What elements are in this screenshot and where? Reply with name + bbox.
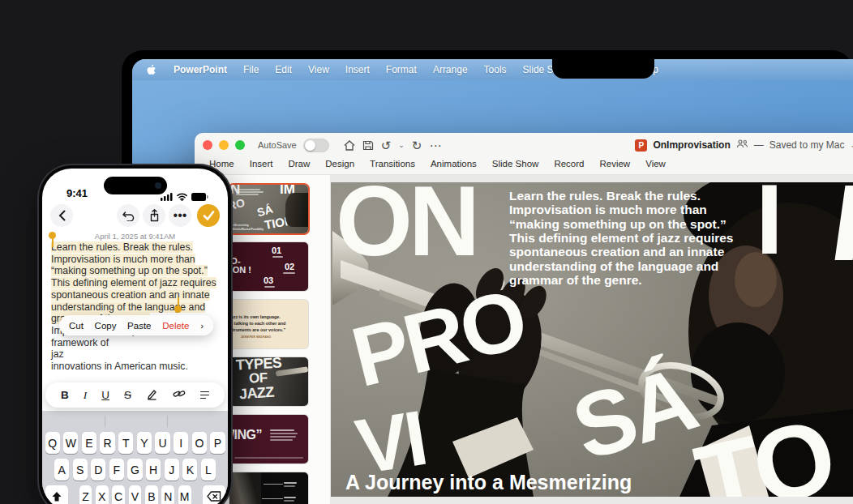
tab-record[interactable]: Record — [554, 159, 584, 169]
key-y[interactable]: Y — [137, 432, 152, 454]
tab-review[interactable]: Review — [599, 159, 630, 169]
menu-format[interactable]: Format — [386, 64, 417, 75]
key-l[interactable]: L — [201, 459, 216, 481]
key-n[interactable]: N — [161, 485, 174, 504]
key-p[interactable]: P — [210, 432, 225, 454]
chevron-down-icon[interactable]: ⌄ — [850, 141, 853, 149]
iphone: 9:41 ••• April 1, 2025 at 9:41AM Learn t… — [39, 165, 231, 504]
key-c[interactable]: C — [112, 485, 125, 504]
slide-letter-i: I — [756, 182, 779, 260]
document-title: OnImprovisation — [653, 139, 730, 151]
slide-letter-to: TO — [689, 413, 839, 497]
key-b[interactable]: B — [145, 485, 158, 504]
key-q[interactable]: Q — [45, 432, 60, 454]
key-t[interactable]: T — [118, 432, 133, 454]
close-button[interactable] — [203, 140, 212, 150]
tab-home[interactable]: Home — [209, 159, 234, 169]
list-icon[interactable] — [200, 391, 209, 399]
underline-button[interactable]: U — [101, 389, 109, 401]
key-k[interactable]: K — [182, 459, 197, 481]
menu-insert[interactable]: Insert — [345, 64, 370, 75]
undo-chevron-icon[interactable]: ⌄ — [398, 141, 405, 149]
key-g[interactable]: G — [127, 459, 142, 481]
key-f[interactable]: F — [109, 459, 124, 481]
tab-slideshow[interactable]: Slide Show — [492, 159, 539, 169]
collaborate-icon[interactable] — [736, 139, 748, 151]
save-icon[interactable] — [362, 140, 374, 151]
key-x[interactable]: X — [96, 485, 109, 504]
tab-view[interactable]: View — [645, 159, 666, 169]
tab-animations[interactable]: Animations — [431, 159, 477, 169]
key-s[interactable]: S — [73, 459, 88, 481]
more-button[interactable]: ••• — [169, 204, 191, 227]
key-u[interactable]: U — [155, 432, 169, 454]
home-icon[interactable] — [344, 140, 355, 151]
powerpoint-window: AutoSave ↺ ⌄ ↻ ⋯ P OnImprovisation — Sav… — [195, 133, 853, 504]
context-paste[interactable]: Paste — [127, 321, 151, 331]
back-button[interactable] — [50, 204, 73, 227]
link-icon[interactable] — [173, 388, 186, 402]
tab-transitions[interactable]: Transitions — [370, 159, 415, 169]
key-m[interactable]: M — [178, 485, 191, 504]
selected-text[interactable]: Learn the rules. Break the rules. Improv… — [51, 241, 216, 324]
menu-view[interactable]: View — [308, 64, 329, 75]
shift-key[interactable] — [45, 485, 68, 504]
confirm-button[interactable] — [197, 204, 220, 227]
tab-draw[interactable]: Draw — [288, 159, 310, 169]
italic-button[interactable]: I — [84, 389, 88, 402]
undo-icon[interactable]: ↺ — [381, 139, 392, 152]
key-w[interactable]: W — [63, 432, 78, 454]
key-e[interactable]: E — [82, 432, 96, 454]
key-i[interactable]: I — [174, 432, 188, 454]
macbook-notch — [552, 59, 654, 79]
menu-tools[interactable]: Tools — [484, 64, 507, 75]
slide-caption[interactable]: A Journey into a Mesmerizing — [345, 471, 632, 494]
battery-icon — [191, 190, 208, 204]
undo-button[interactable] — [117, 204, 139, 227]
menu-edit[interactable]: Edit — [275, 64, 292, 75]
menu-app-name[interactable]: PowerPoint — [174, 64, 227, 75]
highlighter-icon[interactable] — [146, 388, 158, 403]
key-r[interactable]: R — [100, 432, 114, 454]
minimize-button[interactable] — [219, 140, 229, 150]
context-more-chevron[interactable]: › — [200, 321, 204, 331]
key-h[interactable]: H — [146, 459, 161, 481]
selection-handle-start[interactable] — [49, 232, 56, 239]
key-a[interactable]: A — [54, 459, 69, 481]
thumbnail-slide-2[interactable]: F VO- TION ! 01 02 03 — [229, 242, 308, 291]
dynamic-island — [104, 177, 167, 194]
zoom-button[interactable] — [235, 140, 245, 150]
bold-button[interactable]: B — [61, 389, 69, 401]
share-button[interactable] — [143, 204, 165, 227]
context-delete[interactable]: Delete — [162, 321, 189, 331]
context-cut[interactable]: Cut — [69, 321, 84, 331]
autosave-toggle[interactable] — [303, 139, 329, 152]
selection-handle-end[interactable] — [174, 305, 182, 313]
thumbnail-slide-1[interactable]: N IM RO SÁ TION a Mesmerizing Melodic/Mu… — [229, 185, 308, 233]
ellipsis-icon[interactable]: ⋯ — [429, 139, 441, 152]
slide-paragraph[interactable]: Learn the rules. Break the rules. Improv… — [509, 189, 749, 288]
key-o[interactable]: O — [192, 432, 207, 454]
redo-icon[interactable]: ↻ — [412, 139, 422, 152]
saved-status[interactable]: Saved to my Mac — [769, 139, 845, 151]
tab-design[interactable]: Design — [325, 159, 354, 169]
note-line-after-3: innovations in American music. — [51, 361, 188, 372]
mac-menu-bar: PowerPoint File Edit View Insert Format … — [132, 59, 853, 80]
note-body[interactable]: Learn the rules. Break the rules. Improv… — [51, 241, 221, 373]
key-z[interactable]: Z — [79, 485, 92, 504]
key-v[interactable]: V — [129, 485, 142, 504]
strikethrough-button[interactable]: S — [124, 389, 131, 401]
tab-insert[interactable]: Insert — [250, 159, 273, 169]
current-slide[interactable]: ON I PRO VI SÁ TO Learn the rules. Break… — [331, 182, 853, 497]
apple-icon[interactable] — [147, 64, 157, 76]
key-d[interactable]: D — [91, 459, 105, 481]
thumbnail-slide-3[interactable]: “Jazz is its own language. are talking t… — [229, 300, 308, 348]
context-copy[interactable]: Copy — [95, 321, 117, 331]
backspace-key[interactable] — [203, 485, 225, 504]
thumbnail-slide-5[interactable]: WING” — [229, 415, 308, 463]
menu-arrange[interactable]: Arrange — [433, 64, 468, 75]
thumbnail-slide-4[interactable]: TYPES OF JAZZ — [229, 357, 308, 406]
thumbnail-slide-6[interactable] — [229, 472, 308, 504]
menu-file[interactable]: File — [243, 64, 259, 75]
key-j[interactable]: J — [165, 459, 179, 481]
